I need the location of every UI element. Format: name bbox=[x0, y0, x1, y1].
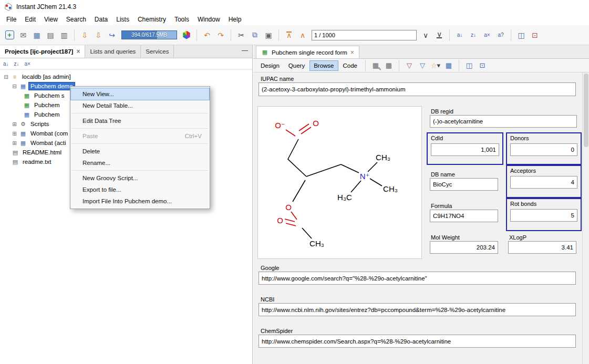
tree-item-label: localdb [as admin] bbox=[20, 73, 73, 80]
menu-item-new-detail-table[interactable]: New Detail Table... bbox=[71, 100, 209, 111]
menu-item-rename[interactable]: Rename... bbox=[71, 157, 209, 169]
vertical-scrollbar[interactable] bbox=[582, 72, 589, 364]
paste-button[interactable]: ▣ bbox=[262, 29, 275, 41]
collapse-icon[interactable]: ⊟ bbox=[3, 74, 9, 80]
expand-icon[interactable]: ⊞ bbox=[12, 121, 17, 127]
edit-filter-button[interactable]: ▽ bbox=[417, 60, 428, 71]
close-icon[interactable]: × bbox=[76, 48, 80, 55]
close-icon[interactable]: × bbox=[350, 49, 354, 56]
xlogp-input[interactable] bbox=[508, 241, 576, 254]
menu-help[interactable]: Help bbox=[224, 15, 246, 24]
toolbar-separator bbox=[365, 60, 366, 71]
menu-window[interactable]: Window bbox=[193, 15, 224, 24]
import-structures-button[interactable]: ⇩ bbox=[78, 29, 91, 41]
menu-separator bbox=[72, 143, 208, 144]
menu-item-edit-data-tree[interactable]: Edit Data Tree bbox=[71, 115, 209, 127]
record-position-input[interactable] bbox=[312, 30, 417, 40]
print-preview-button[interactable]: ▥ bbox=[58, 29, 70, 41]
document-tab[interactable]: ▦ Pubchem single record form × bbox=[256, 46, 359, 58]
menu-item-new-view[interactable]: New View... bbox=[71, 88, 209, 100]
menu-item-export-to-file[interactable]: Export to file... bbox=[71, 184, 209, 195]
marvin-sketch-button[interactable] bbox=[180, 29, 193, 41]
sort-ascending-button[interactable]: a↓ bbox=[3, 61, 9, 67]
menu-chemistry[interactable]: Chemistry bbox=[133, 15, 170, 24]
menu-search[interactable]: Search bbox=[62, 15, 90, 24]
menu-lists[interactable]: Lists bbox=[112, 15, 133, 24]
cut-button[interactable]: ✂ bbox=[235, 29, 247, 41]
db-name-input[interactable] bbox=[430, 178, 498, 191]
copy-button[interactable]: ⧉ bbox=[249, 29, 261, 41]
memory-indicator[interactable]: 394.0/617.5MB bbox=[121, 30, 177, 39]
first-record-button[interactable]: ∧ bbox=[283, 29, 295, 41]
tab-code[interactable]: Code bbox=[339, 61, 361, 70]
tab-query[interactable]: Query bbox=[285, 61, 308, 70]
previous-record-button[interactable]: ∧ bbox=[296, 29, 309, 41]
collapse-icon[interactable]: ⊟ bbox=[12, 84, 17, 89]
clear-filter-button[interactable]: ▽ bbox=[404, 60, 415, 71]
donors-input[interactable] bbox=[510, 143, 577, 156]
menu-item-import-file[interactable]: Import File Into Pubchem demo... bbox=[71, 195, 209, 207]
sort-descending-button[interactable]: z↓ bbox=[14, 61, 19, 67]
formula-label: Formula bbox=[431, 203, 452, 209]
menu-edit[interactable]: Edit bbox=[20, 15, 40, 24]
new-item-button[interactable]: + bbox=[3, 29, 16, 41]
menu-file[interactable]: File bbox=[2, 15, 20, 24]
ncbi-url-input[interactable] bbox=[259, 303, 576, 316]
menu-item-delete[interactable]: Delete bbox=[71, 145, 209, 157]
tree-item-localdb[interactable]: ⊟ ≡ localdb [as admin] bbox=[0, 72, 252, 81]
menu-tools[interactable]: Tools bbox=[170, 15, 193, 24]
show-table-button[interactable]: ▦ bbox=[383, 60, 395, 71]
tab-lists-and-queries[interactable]: Lists and queries bbox=[85, 45, 141, 58]
formula-input[interactable] bbox=[430, 210, 498, 222]
undo-button[interactable]: ↶ bbox=[201, 29, 213, 41]
custom-sort-button[interactable]: a? bbox=[494, 29, 507, 41]
cdid-input[interactable] bbox=[431, 143, 499, 156]
last-record-button[interactable]: ∨ bbox=[433, 29, 446, 41]
import-file-button[interactable]: ⇩ bbox=[92, 29, 105, 41]
pencil-icon: ✎ bbox=[378, 67, 381, 71]
menu-item-new-groovy-script[interactable]: New Groovy Script... bbox=[71, 172, 209, 184]
favorites-button[interactable]: ☆ ▾ bbox=[430, 60, 441, 71]
window-layout-button[interactable]: ◫ bbox=[515, 29, 528, 41]
atom-label: CH₃ bbox=[309, 239, 324, 248]
expand-icon[interactable]: ⊞ bbox=[12, 131, 17, 137]
next-record-button[interactable]: ∨ bbox=[419, 29, 432, 41]
structure-viewer[interactable]: O⁻ O N⁺ CH₃ CH₃ H₃C O O CH₃ bbox=[257, 106, 422, 259]
tab-services[interactable]: Services bbox=[141, 45, 174, 58]
toolbar-separator bbox=[449, 29, 450, 41]
expand-icon[interactable]: ⊞ bbox=[12, 140, 17, 146]
tab-design[interactable]: Design bbox=[257, 61, 283, 70]
scrollbar-thumb[interactable] bbox=[584, 74, 588, 147]
db-regid-input[interactable] bbox=[430, 115, 577, 128]
google-url-input[interactable] bbox=[259, 272, 576, 285]
layout-alt-button[interactable]: ⊡ bbox=[477, 60, 488, 71]
donors-label: Donors bbox=[510, 135, 577, 141]
mol-weight-input[interactable] bbox=[430, 241, 498, 254]
send-mail-button[interactable]: ✉ bbox=[17, 29, 29, 41]
layout-button[interactable]: ◫ bbox=[463, 60, 475, 71]
clear-sort-button[interactable]: a× bbox=[25, 61, 30, 67]
clear-sort-button[interactable]: a× bbox=[481, 29, 493, 41]
acceptors-group: Acceptors bbox=[506, 165, 582, 198]
save-button[interactable]: ▦ bbox=[30, 29, 43, 41]
sort-ascending-button[interactable]: a↓ bbox=[453, 29, 466, 41]
minimize-panel-button[interactable]: — bbox=[242, 47, 248, 54]
sort-descending-button[interactable]: z↓ bbox=[467, 29, 480, 41]
menu-view[interactable]: View bbox=[40, 15, 62, 24]
edit-widget-button[interactable]: ▦ ✎ bbox=[370, 60, 381, 71]
export-button[interactable]: ↪ bbox=[106, 29, 118, 41]
redo-button[interactable]: ↷ bbox=[214, 29, 227, 41]
acceptors-input[interactable] bbox=[510, 176, 577, 189]
chemspider-url-input[interactable] bbox=[259, 335, 576, 348]
tab-browse[interactable]: Browse bbox=[310, 61, 337, 70]
window-filter-button[interactable]: ⊡ bbox=[529, 29, 541, 41]
file-icon: ▤ bbox=[12, 149, 19, 156]
print-button[interactable]: ▤ bbox=[44, 29, 57, 41]
main-toolbar: + ✉ ▦ ▤ ▥ ⇩ ⇩ ↪ 394.0/617.5MB ↶ ↷ ✂ ⧉ ▣ … bbox=[0, 25, 589, 45]
menu-data[interactable]: Data bbox=[90, 15, 112, 24]
iupac-input[interactable] bbox=[259, 82, 576, 96]
rot-bonds-input[interactable] bbox=[510, 209, 577, 222]
tab-projects[interactable]: Projects [ijc-project187] × bbox=[0, 45, 85, 58]
tree-item-label: Pubchem s bbox=[33, 92, 66, 99]
data-grid-button[interactable]: ▦ bbox=[443, 60, 454, 71]
